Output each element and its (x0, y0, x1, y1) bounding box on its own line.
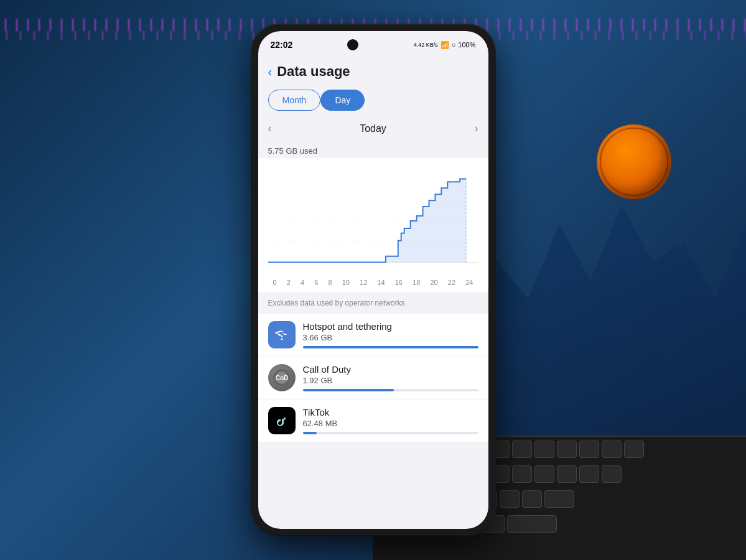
date-navigation: ‹ Today › (258, 116, 488, 141)
hotspot-app-icon (268, 321, 296, 348)
tiktok-app-info: TikTok 62.48 MB (303, 407, 478, 434)
day-tab[interactable]: Day (320, 90, 365, 111)
status-time: 22:02 (271, 40, 293, 50)
prev-date-button[interactable]: ‹ (268, 122, 272, 135)
month-tab[interactable]: Month (268, 90, 321, 111)
basketball-decoration (597, 124, 671, 199)
app-usage-list: Hotspot and tethering 3.66 GB CoD (258, 314, 488, 442)
current-date-label: Today (360, 123, 386, 134)
tiktok-app-name: TikTok (303, 407, 478, 418)
page-title: Data usage (277, 63, 350, 80)
usage-chart-svg (268, 163, 478, 275)
tiktok-app-usage: 62.48 MB (303, 419, 478, 428)
network-icon: 📶 (441, 41, 449, 49)
hotspot-app-name: Hotspot and tethering (303, 321, 478, 332)
chart-x-labels: 0 2 4 6 8 10 12 14 16 18 20 22 24 (268, 278, 478, 287)
hotspot-usage-bar-bg (303, 346, 478, 348)
period-toggle: Month Day (258, 85, 488, 116)
status-bar: 22:02 4.42 KB/s 📶 ○ 100% (258, 31, 488, 56)
tiktok-app-icon (268, 407, 296, 434)
cod-usage-bar-fill (303, 389, 394, 391)
svg-point-7 (281, 338, 282, 340)
battery-icon: ○ (452, 41, 456, 49)
next-date-button[interactable]: › (474, 122, 478, 135)
page-header: ‹ Data usage (258, 56, 488, 85)
hotspot-app-info: Hotspot and tethering 3.66 GB (303, 321, 478, 348)
total-usage-label: 5.75 GB used (258, 141, 488, 158)
svg-text:CoD: CoD (275, 375, 288, 381)
cod-app-info: Call of Duty 1.92 GB (303, 364, 478, 391)
cod-app-icon: CoD (268, 364, 296, 391)
back-button[interactable]: ‹ (268, 65, 273, 79)
hotspot-usage-bar-fill (303, 346, 478, 348)
phone-frame: 22:02 4.42 KB/s 📶 ○ 100% ‹ Data usage Mo… (252, 25, 495, 535)
list-item[interactable]: Hotspot and tethering 3.66 GB (258, 314, 488, 357)
data-chart: 0 2 4 6 8 10 12 14 16 18 20 22 24 (258, 158, 488, 292)
camera-notch (347, 39, 358, 50)
exclude-note: Excludes data used by operator networks (258, 292, 488, 314)
battery-percent: 100% (458, 41, 475, 49)
list-item[interactable]: TikTok 62.48 MB (258, 399, 488, 442)
list-item[interactable]: CoD Call of Duty 1.92 GB (258, 357, 488, 399)
tiktok-usage-bar-bg (303, 432, 478, 434)
cod-usage-bar-bg (303, 389, 478, 391)
tiktok-usage-bar-fill (303, 432, 317, 434)
cod-app-usage: 1.92 GB (303, 376, 478, 385)
status-icons: 4.42 KB/s 📶 ○ 100% (414, 41, 476, 49)
data-speed: 4.42 KB/s (414, 42, 438, 48)
cod-app-name: Call of Duty (303, 364, 478, 375)
hotspot-app-usage: 3.66 GB (303, 333, 478, 342)
phone-screen: 22:02 4.42 KB/s 📶 ○ 100% ‹ Data usage Mo… (258, 31, 488, 529)
